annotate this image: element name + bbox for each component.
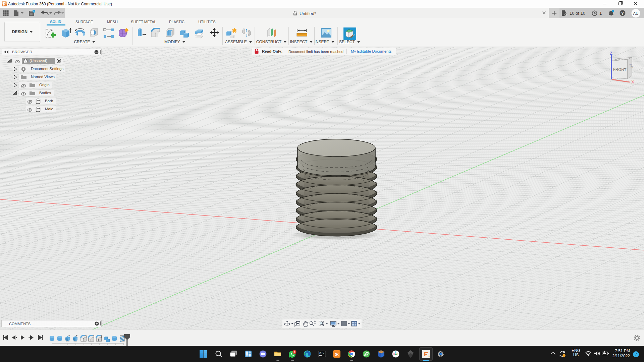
svg-text:Z: Z	[610, 51, 612, 56]
svg-text:X: X	[631, 79, 634, 84]
svg-text:FRONT: FRONT	[613, 67, 627, 72]
svg-text:360: 360	[428, 355, 430, 357]
svg-text:?: ?	[621, 11, 624, 16]
svg-text:AU: AU	[633, 11, 639, 15]
svg-text:1: 1	[293, 350, 295, 354]
svg-text:7: 7	[635, 352, 637, 356]
svg-text:Ж: Ж	[334, 352, 339, 357]
svg-text:C:\_: C:\_	[319, 352, 326, 355]
